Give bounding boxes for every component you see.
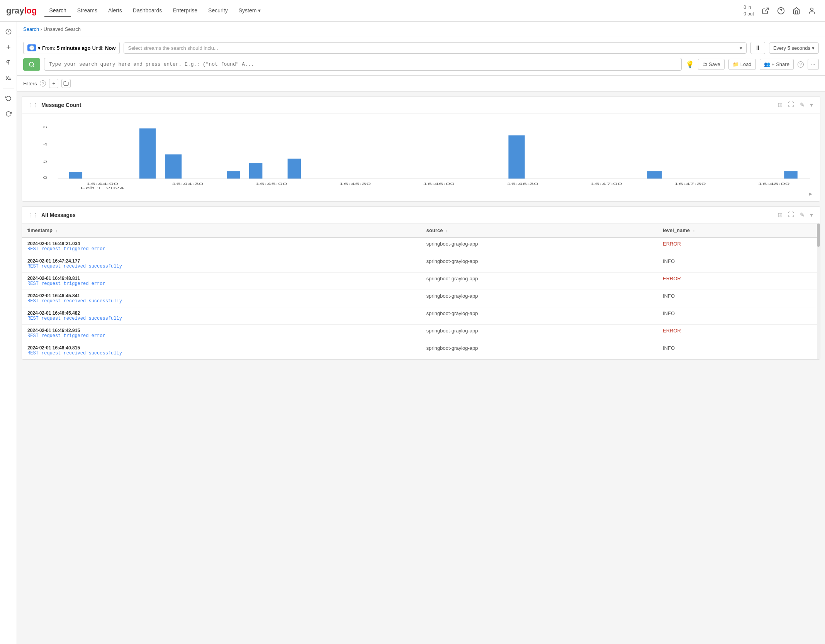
- user-icon[interactable]: [805, 4, 819, 18]
- widget-header-message-count: ⋮⋮ Message Count ⊞ ⛶ ✎ ▾: [22, 97, 820, 114]
- load-button[interactable]: 📁 Load: [728, 59, 756, 70]
- timestamp-value-3: 2024-02-01 16:46:45.841: [27, 293, 416, 298]
- time-until-label: Until:: [92, 45, 104, 51]
- message-value-0[interactable]: REST request triggered error: [27, 246, 416, 252]
- messages-collapse-icon[interactable]: ▾: [808, 210, 815, 219]
- help-icon[interactable]: [774, 4, 788, 18]
- message-value-3[interactable]: REST request received successfully: [27, 298, 416, 304]
- chart-svg: 6 4 2 0: [28, 120, 814, 189]
- streams-placeholder-text: Select streams the search should inclu..…: [128, 45, 738, 51]
- cell-source-6: springboot-graylog-app: [421, 342, 657, 359]
- message-value-2[interactable]: REST request triggered error: [27, 281, 416, 286]
- messages-edit-icon[interactable]: ✎: [798, 210, 806, 219]
- cell-level-5: ERROR: [657, 325, 820, 342]
- cell-timestamp-4: 2024-02-01 16:46:45.482 REST request rec…: [22, 307, 421, 325]
- widget-fullscreen-icon[interactable]: ⛶: [786, 100, 796, 109]
- svg-text:16:44:30: 16:44:30: [172, 181, 204, 186]
- search-help-icon[interactable]: ?: [798, 61, 804, 68]
- svg-rect-20: [288, 159, 301, 179]
- level-sort-icon[interactable]: ↕: [693, 228, 695, 233]
- main-content: Search › Unsaved Search 🕐 ▾ From: 5 minu…: [17, 22, 825, 644]
- message-value-5[interactable]: REST request triggered error: [27, 333, 416, 339]
- timestamp-value-2: 2024-02-01 16:46:48.811: [27, 276, 416, 281]
- nav-search[interactable]: Search: [44, 5, 71, 17]
- share-text: Share: [776, 61, 789, 67]
- share-button[interactable]: 👥 + Share: [760, 59, 794, 70]
- search-execute-button[interactable]: [23, 58, 40, 71]
- table-row: 2024-02-01 16:46:45.482 REST request rec…: [22, 307, 820, 325]
- source-sort-icon[interactable]: ↕: [446, 228, 448, 233]
- widget-expand-icon[interactable]: ⊞: [776, 100, 784, 109]
- load-label: Load: [740, 61, 752, 67]
- drag-handle-icon[interactable]: ⋮⋮: [27, 102, 38, 108]
- col-timestamp: timestamp ↕: [22, 224, 421, 237]
- svg-text:2: 2: [43, 159, 48, 164]
- sidebar-info-btn[interactable]: [2, 25, 15, 39]
- save-button[interactable]: 🗂 Save: [698, 59, 725, 70]
- time-until-value: Now: [105, 45, 115, 51]
- messages-fullscreen-icon[interactable]: ⛶: [786, 210, 796, 219]
- cell-source-1: springboot-graylog-app: [421, 255, 657, 273]
- message-value-4[interactable]: REST request received successfully: [27, 316, 416, 321]
- timestamp-sort-icon[interactable]: ↕: [56, 228, 58, 233]
- sidebar-paragraph-btn[interactable]: [2, 56, 15, 69]
- table-row: 2024-02-01 16:46:42.915 REST request tri…: [22, 325, 820, 342]
- refresh-button[interactable]: Every 5 seconds ▾: [769, 42, 819, 54]
- external-link-icon[interactable]: [759, 4, 772, 18]
- nav-streams[interactable]: Streams: [73, 5, 102, 17]
- cell-level-3: INFO: [657, 290, 820, 307]
- col-level-name: level_name ↕: [657, 224, 820, 237]
- stat-in: 0 in: [744, 4, 754, 11]
- sidebar-redo-btn[interactable]: [2, 107, 15, 121]
- svg-rect-23: [784, 171, 798, 179]
- widget-edit-icon[interactable]: ✎: [798, 100, 806, 109]
- message-value-1[interactable]: REST request received successfully: [27, 264, 416, 269]
- col-source: source ↕: [421, 224, 657, 237]
- load-icon: 📁: [733, 61, 739, 67]
- chart-scroll-right-icon[interactable]: ▸: [809, 190, 812, 197]
- throughput-stats: 0 in 0 out: [744, 4, 754, 17]
- messages-table: timestamp ↕ source ↕ level_name ↕ 20: [22, 224, 820, 359]
- svg-rect-17: [165, 154, 182, 179]
- cell-timestamp-6: 2024-02-01 16:46:40.815 REST request rec…: [22, 342, 421, 359]
- sidebar-undo-btn[interactable]: [2, 92, 15, 105]
- breadcrumb-parent[interactable]: Search: [23, 26, 39, 32]
- filter-add-button[interactable]: +: [49, 79, 58, 88]
- streams-select[interactable]: Select streams the search should inclu..…: [124, 42, 746, 54]
- timestamp-value-0: 2024-02-01 16:48:21.034: [27, 241, 416, 246]
- messages-scrollbar[interactable]: [817, 224, 820, 359]
- search-input[interactable]: [44, 58, 682, 71]
- message-value-6[interactable]: REST request received successfully: [27, 351, 416, 356]
- filters-row: Filters ? +: [17, 76, 825, 92]
- breadcrumb: Search › Unsaved Search: [17, 22, 825, 37]
- messages-scrollbar-thumb[interactable]: [817, 224, 820, 247]
- messages-table-container: timestamp ↕ source ↕ level_name ↕ 20: [22, 224, 820, 359]
- more-options-button[interactable]: ···: [808, 59, 819, 70]
- nav-alerts[interactable]: Alerts: [104, 5, 127, 17]
- timestamp-value-1: 2024-02-01 16:47:24.177: [27, 258, 416, 264]
- cell-timestamp-2: 2024-02-01 16:46:48.811 REST request tri…: [22, 273, 421, 290]
- messages-expand-icon[interactable]: ⊞: [776, 210, 784, 219]
- clock-icon: 🕐: [27, 44, 36, 51]
- nav-system[interactable]: System ▾: [234, 5, 266, 17]
- sidebar-add-btn[interactable]: [2, 40, 15, 54]
- filters-help-icon[interactable]: ?: [40, 80, 46, 86]
- nav-enterprise[interactable]: Enterprise: [168, 5, 202, 17]
- time-range-button[interactable]: 🕐 ▾ From: 5 minutes ago Until: Now: [23, 42, 120, 54]
- lightbulb-icon[interactable]: 💡: [686, 60, 694, 69]
- cell-timestamp-1: 2024-02-01 16:47:24.177 REST request rec…: [22, 255, 421, 273]
- table-row: 2024-02-01 16:48:21.034 REST request tri…: [22, 237, 820, 255]
- home-icon[interactable]: [789, 4, 803, 18]
- nav-dashboards[interactable]: Dashboards: [128, 5, 167, 17]
- cell-source-0: springboot-graylog-app: [421, 237, 657, 255]
- sidebar-variable-btn[interactable]: X₁: [2, 71, 15, 85]
- time-from-label: From:: [42, 45, 55, 51]
- breadcrumb-current: Unsaved Search: [44, 26, 81, 32]
- svg-text:16:48:00: 16:48:00: [758, 181, 789, 186]
- widget-collapse-icon[interactable]: ▾: [808, 100, 815, 109]
- logo-log: log: [24, 6, 37, 15]
- filter-folder-button[interactable]: [61, 79, 71, 88]
- drag-handle-all-messages-icon[interactable]: ⋮⋮: [27, 212, 38, 218]
- pause-button[interactable]: ⏸: [750, 42, 765, 54]
- nav-security[interactable]: Security: [204, 5, 233, 17]
